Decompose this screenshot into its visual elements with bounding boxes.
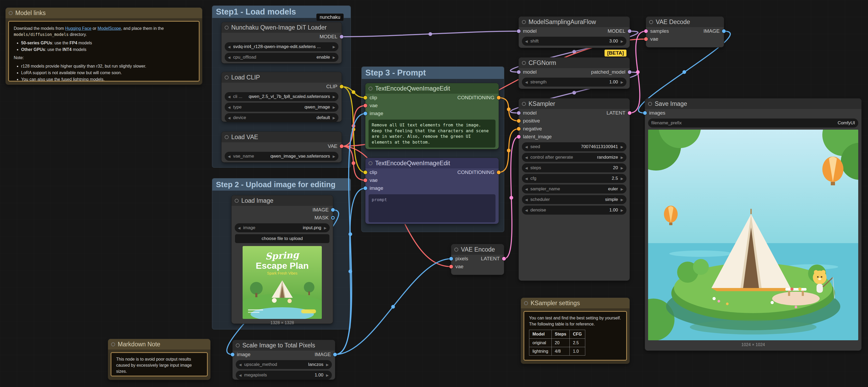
prompt-textarea[interactable]: Remove all UI text elements from the ima… bbox=[369, 120, 496, 148]
node-title-bar[interactable]: VAE Encode bbox=[451, 244, 504, 255]
model-input-port[interactable] bbox=[517, 111, 521, 115]
node-load-image[interactable]: Load Image IMAGE MASK ◀ image input.png … bbox=[231, 195, 333, 324]
model-input-port[interactable] bbox=[517, 70, 521, 74]
vae-output-port[interactable] bbox=[340, 144, 343, 148]
widget-type[interactable]: ◀ type qwen_image ▶ bbox=[225, 103, 338, 112]
node-title-bar[interactable]: KSampler settings bbox=[521, 298, 630, 308]
images-input-port[interactable] bbox=[643, 111, 647, 115]
widget-denoise[interactable]: ◀ denoise 1.00 ▶ bbox=[522, 206, 626, 215]
comfyui-canvas[interactable]: { "colors":{"model":"#B39DDB","clip":"#E… bbox=[0, 0, 868, 387]
node-title-bar[interactable]: VAE Decode bbox=[646, 17, 724, 27]
next-arrow-icon[interactable]: ▶ bbox=[621, 156, 623, 159]
collapse-dot-icon[interactable] bbox=[9, 11, 13, 15]
widget-clip-name[interactable]: ◀ cli ... qwen_2.5_vl_7b_fp8_scaled.safe… bbox=[225, 92, 338, 101]
widget-shift[interactable]: ◀ shift 3.00 ▶ bbox=[522, 37, 626, 46]
widget-megapixels[interactable]: ◀ megapixels 1.00 ▶ bbox=[236, 370, 332, 380]
choose-file-button[interactable]: choose file to upload bbox=[235, 234, 330, 244]
conditioning-output-port[interactable] bbox=[497, 170, 500, 174]
next-arrow-icon[interactable]: ▶ bbox=[621, 39, 623, 43]
clip-input-port[interactable] bbox=[364, 96, 367, 99]
clip-input-port[interactable] bbox=[364, 170, 367, 174]
node-title-bar[interactable]: Markdown Note bbox=[108, 339, 210, 350]
widget-device[interactable]: ◀ device default ▶ bbox=[225, 113, 338, 122]
next-arrow-icon[interactable]: ▶ bbox=[333, 105, 335, 109]
collapse-dot-icon[interactable] bbox=[225, 26, 228, 30]
widget-steps[interactable]: ◀ steps 20 ▶ bbox=[522, 163, 626, 172]
latent-image-input-port[interactable] bbox=[517, 135, 521, 138]
vae-input-port[interactable] bbox=[644, 37, 648, 41]
node-ksampler-settings-note[interactable]: KSampler settings You can test and find … bbox=[521, 298, 630, 364]
collapse-dot-icon[interactable] bbox=[522, 61, 526, 65]
collapse-dot-icon[interactable] bbox=[454, 248, 458, 252]
prev-arrow-icon[interactable]: ◀ bbox=[228, 56, 230, 59]
prev-arrow-icon[interactable]: ◀ bbox=[525, 156, 528, 159]
next-arrow-icon[interactable]: ▶ bbox=[326, 363, 329, 367]
vae-input-port[interactable] bbox=[364, 104, 367, 107]
node-markdown-note[interactable]: Markdown Note This node is to avoid poor… bbox=[108, 339, 210, 380]
node-scale-image[interactable]: Scale Image to Total Pixels image IMAGE … bbox=[232, 340, 335, 380]
pixels-input-port[interactable] bbox=[449, 257, 453, 261]
patched-model-output-port[interactable] bbox=[628, 70, 631, 74]
next-arrow-icon[interactable]: ▶ bbox=[326, 373, 329, 377]
widget-vae-name[interactable]: ◀ vae_name qwen_image_vae.safetensors ▶ bbox=[225, 152, 338, 161]
collapse-dot-icon[interactable] bbox=[648, 102, 652, 106]
hugging-face-link[interactable]: Hugging Face bbox=[65, 26, 92, 31]
samples-input-port[interactable] bbox=[644, 29, 648, 33]
collapse-dot-icon[interactable] bbox=[524, 301, 528, 305]
collapse-dot-icon[interactable] bbox=[225, 135, 228, 139]
node-vae-decode[interactable]: VAE Decode samples IMAGE vae bbox=[646, 17, 724, 47]
latent-output-port[interactable] bbox=[502, 257, 506, 261]
node-cfgnorm[interactable]: CFGNorm model patched_model ◀ strength 1… bbox=[519, 58, 630, 89]
latent-output-port[interactable] bbox=[628, 111, 631, 115]
collapse-dot-icon[interactable] bbox=[649, 20, 653, 24]
next-arrow-icon[interactable]: ▶ bbox=[621, 145, 623, 149]
negative-input-port[interactable] bbox=[517, 127, 521, 131]
prev-arrow-icon[interactable]: ◀ bbox=[238, 226, 241, 230]
node-title-bar[interactable]: Load CLIP bbox=[221, 72, 342, 83]
node-title-bar[interactable]: Load VAE bbox=[221, 132, 342, 142]
next-arrow-icon[interactable]: ▶ bbox=[621, 176, 623, 181]
node-title-bar[interactable]: Model links bbox=[5, 8, 202, 18]
node-save-image[interactable]: Save Image images filename_prefix ComfyU… bbox=[645, 98, 861, 351]
collapse-dot-icon[interactable] bbox=[522, 20, 526, 24]
node-load-clip[interactable]: Load CLIP CLIP ◀ cli ... qwen_2.5_vl_7b_… bbox=[221, 72, 342, 122]
next-arrow-icon[interactable]: ▶ bbox=[333, 56, 335, 59]
prev-arrow-icon[interactable]: ◀ bbox=[228, 95, 230, 99]
widget-cpu-offload[interactable]: ◀ cpu_offload enable ▶ bbox=[225, 53, 338, 62]
mask-output-port[interactable] bbox=[331, 216, 335, 220]
next-arrow-icon[interactable]: ▶ bbox=[333, 95, 335, 99]
prev-arrow-icon[interactable]: ◀ bbox=[228, 116, 230, 120]
model-input-port[interactable] bbox=[517, 29, 521, 33]
prev-arrow-icon[interactable]: ◀ bbox=[525, 80, 528, 84]
image-input-port[interactable] bbox=[364, 186, 367, 190]
collapse-dot-icon[interactable] bbox=[235, 199, 239, 203]
node-title-bar[interactable]: Nunchaku Qwen-Image DiT Loader bbox=[221, 22, 342, 33]
next-arrow-icon[interactable]: ▶ bbox=[621, 187, 623, 191]
node-title-bar[interactable]: KSampler bbox=[519, 98, 630, 109]
collapse-dot-icon[interactable] bbox=[225, 75, 228, 79]
next-arrow-icon[interactable]: ▶ bbox=[333, 45, 335, 49]
widget-upscale-method[interactable]: ◀ upscale_method lanczos ▶ bbox=[236, 360, 332, 369]
prev-arrow-icon[interactable]: ◀ bbox=[525, 145, 528, 149]
widget-model-name[interactable]: ◀ svdq-int4_r128-qwen-image-edit.safeten… bbox=[225, 42, 338, 51]
collapse-dot-icon[interactable] bbox=[369, 161, 372, 165]
node-title-bar[interactable]: ModelSamplingAuraFlow bbox=[519, 17, 630, 27]
prev-arrow-icon[interactable]: ◀ bbox=[525, 198, 528, 202]
prev-arrow-icon[interactable]: ◀ bbox=[525, 39, 528, 43]
prev-arrow-icon[interactable]: ◀ bbox=[239, 373, 242, 377]
collapse-dot-icon[interactable] bbox=[236, 344, 240, 347]
node-dit-loader[interactable]: Nunchaku Qwen-Image DiT Loader MODEL ◀ s… bbox=[221, 22, 342, 63]
prev-arrow-icon[interactable]: ◀ bbox=[239, 363, 242, 367]
node-title-bar[interactable]: TextEncodeQwenImageEdit bbox=[365, 83, 499, 94]
widget-strength[interactable]: ◀ strength 1.00 ▶ bbox=[522, 77, 626, 87]
node-load-vae[interactable]: Load VAE VAE ◀ vae_name qwen_image_vae.s… bbox=[221, 132, 342, 162]
widget-control-after-generate[interactable]: ◀ control after generate randomize ▶ bbox=[522, 153, 626, 162]
prev-arrow-icon[interactable]: ◀ bbox=[525, 187, 528, 191]
positive-input-port[interactable] bbox=[517, 119, 521, 123]
next-arrow-icon[interactable]: ▶ bbox=[621, 166, 623, 170]
prev-arrow-icon[interactable]: ◀ bbox=[228, 155, 230, 158]
node-title-bar[interactable]: TextEncodeQwenImageEdit bbox=[365, 158, 499, 168]
image-output-port[interactable] bbox=[333, 353, 337, 356]
node-vae-encode[interactable]: VAE Encode pixels LATENT vae bbox=[451, 244, 504, 275]
collapse-dot-icon[interactable] bbox=[522, 102, 526, 106]
